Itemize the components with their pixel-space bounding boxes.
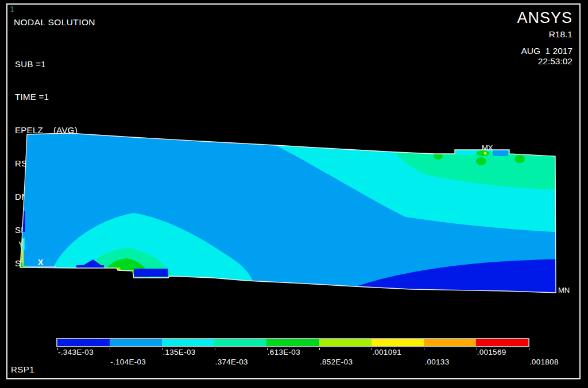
ansys-graphics-window: 1 NODAL SOLUTION SUB =1 TIME =1 EPELZ (A…	[0, 0, 588, 388]
triad-x-label: X	[38, 258, 44, 267]
colorbar-tick	[215, 348, 215, 350]
colorbar-swatch-3	[214, 339, 266, 346]
min-marker-label: MN	[558, 286, 570, 294]
max-marker-label: MX	[482, 143, 493, 152]
contour-protrusion-yellow	[484, 152, 487, 155]
colorbar-tick	[529, 348, 529, 350]
contour-spot-green	[476, 157, 486, 165]
colorbar-label-4: .613E-03	[268, 348, 300, 356]
colorbar-label-3: .374E-03	[215, 358, 248, 366]
contour-plot-canvas[interactable]: Y X MX MN	[0, 0, 588, 388]
contour-legend-bar	[56, 338, 529, 347]
contour-support-blue	[134, 269, 168, 277]
colorbar-tick	[110, 348, 110, 350]
colorbar-label-9: .001808	[529, 358, 559, 366]
load-step-label: RSP1	[11, 364, 34, 374]
colorbar-swatch-6	[372, 339, 424, 346]
contour-protrusion-cyan	[456, 150, 475, 155]
colorbar-label-0: -.343E-03	[58, 348, 94, 356]
colorbar-label-1: -.104E-03	[110, 358, 146, 366]
colorbar-swatch-5	[319, 339, 372, 346]
colorbar-swatch-0	[57, 339, 110, 346]
contour-spot-green	[514, 155, 525, 163]
colorbar-swatch-7	[424, 339, 476, 346]
contour-bands	[14, 126, 566, 298]
colorbar-swatch-4	[266, 339, 319, 346]
colorbar-label-8: .001569	[477, 348, 506, 356]
colorbar-label-5: .852E-03	[320, 358, 353, 366]
colorbar-swatch-8	[476, 339, 528, 346]
colorbar-label-6: .001091	[372, 348, 401, 356]
colorbar-swatch-2	[162, 339, 214, 346]
colorbar-tick	[424, 348, 424, 350]
contour-protrusion-blue	[493, 150, 508, 156]
colorbar-swatch-1	[110, 339, 162, 346]
colorbar-label-7: .00133	[424, 358, 449, 366]
triad-y-label: Y	[18, 240, 24, 249]
colorbar-label-2: .135E-03	[163, 348, 195, 356]
colorbar-tick	[319, 348, 320, 350]
